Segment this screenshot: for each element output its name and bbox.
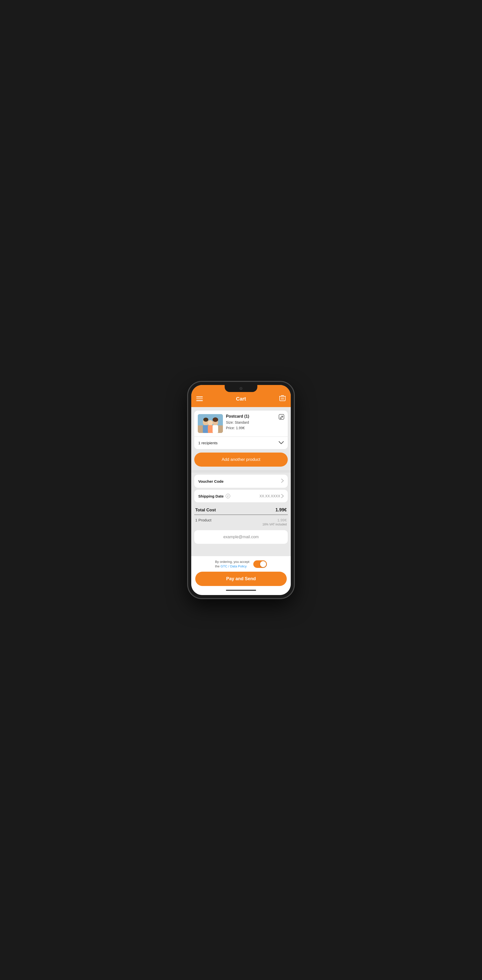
- total-cost-amount: 1.99€: [275, 508, 287, 512]
- bottom-spacer: [191, 547, 291, 556]
- product-image: [198, 414, 223, 433]
- product-cost-amount: 1.99€: [262, 518, 287, 522]
- voucher-chevron-icon: [281, 479, 284, 484]
- edit-icon[interactable]: [279, 414, 284, 421]
- trash-icon[interactable]: [279, 395, 286, 403]
- shipping-value: XX.XX.XXXX: [259, 494, 284, 498]
- home-bar: [226, 590, 256, 591]
- total-cost-section: Total Cost 1.99€ 1 Product 1.99€ 16% VAT…: [194, 504, 288, 527]
- email-placeholder[interactable]: example@mail.com: [199, 535, 283, 539]
- svg-point-5: [208, 420, 213, 426]
- gtc-link[interactable]: GTC / Data Policy: [220, 565, 247, 568]
- terms-text: By ordering, you acceptthe GTC / Data Po…: [215, 560, 250, 569]
- svg-rect-8: [213, 425, 218, 433]
- pay-and-send-button[interactable]: Pay and Send: [195, 572, 287, 586]
- total-row: Total Cost 1.99€: [194, 504, 288, 515]
- toggle-knob: [260, 561, 266, 567]
- recipients-label: 1 recipients: [198, 441, 218, 445]
- recipients-row[interactable]: 1 recipients: [194, 437, 288, 449]
- voucher-code-row[interactable]: Voucher Code: [194, 475, 288, 488]
- product-cost-right: 1.99€ 16% VAT included: [262, 518, 287, 526]
- terms-row: By ordering, you acceptthe GTC / Data Po…: [195, 560, 287, 569]
- pay-button-label: Pay and Send: [226, 576, 256, 581]
- email-card[interactable]: example@mail.com: [194, 530, 288, 544]
- svg-point-9: [203, 418, 208, 422]
- section-separator: [191, 470, 291, 473]
- product-title: Postcard (1): [226, 414, 276, 418]
- product-count-label: 1 Product: [195, 518, 212, 522]
- shipping-label: Shipping Date i: [198, 494, 230, 498]
- product-card: Postcard (1) Size: Standard Price: 1.99€: [194, 410, 288, 449]
- product-info: Postcard (1) Size: Standard Price: 1.99€: [226, 414, 276, 431]
- camera: [240, 387, 242, 390]
- notch: [225, 385, 257, 392]
- total-cost-label: Total Cost: [195, 508, 216, 512]
- add-product-label: Add another product: [222, 457, 260, 462]
- phone-frame: Cart: [188, 382, 294, 598]
- product-size: Size: Standard: [226, 420, 276, 425]
- menu-icon[interactable]: [196, 396, 203, 401]
- chevron-down-icon: [279, 440, 284, 445]
- vat-label: 16% VAT included: [262, 523, 287, 526]
- phone-screen: Cart: [191, 385, 291, 595]
- home-indicator: [195, 587, 287, 593]
- page-title: Cart: [236, 396, 246, 402]
- terms-toggle[interactable]: [253, 560, 267, 568]
- product-cost-row: 1 Product 1.99€ 16% VAT included: [194, 517, 288, 527]
- bottom-bar: By ordering, you acceptthe GTC / Data Po…: [191, 556, 291, 595]
- svg-rect-6: [208, 425, 213, 433]
- shipping-date-row[interactable]: Shipping Date i XX.XX.XXXX: [194, 490, 288, 502]
- add-another-product-button[interactable]: Add another product: [194, 453, 288, 467]
- product-price: Price: 1.99€: [226, 425, 276, 431]
- info-icon: i: [226, 494, 230, 498]
- content-area: Postcard (1) Size: Standard Price: 1.99€: [191, 407, 291, 556]
- voucher-label: Voucher Code: [198, 479, 224, 484]
